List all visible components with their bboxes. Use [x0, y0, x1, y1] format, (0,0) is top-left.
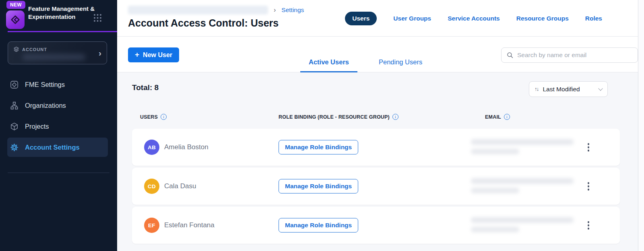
- nav-tab-resource-groups[interactable]: Resource Groups: [516, 15, 569, 22]
- sidebar-item-label: FME Settings: [25, 81, 65, 88]
- app-title: Feature Management & Experimentation: [28, 5, 97, 21]
- account-label: ACCOUNT: [22, 47, 47, 52]
- sidebar-item-label: Projects: [25, 123, 49, 130]
- table-row: AB Amelia Boston Manage Role Bindings: [132, 129, 620, 166]
- nav-tab-users[interactable]: Users: [345, 12, 377, 25]
- email-redacted: [471, 138, 576, 157]
- nav-tab-user-groups[interactable]: User Groups: [393, 15, 431, 22]
- page-header: › Settings Account Access Control: Users…: [117, 0, 638, 37]
- plus-icon: +: [135, 50, 139, 59]
- kebab-menu-icon[interactable]: [586, 142, 591, 153]
- scroll-gutter: [638, 0, 644, 251]
- sidebar-menu: FME Settings Organizations Projects: [7, 75, 108, 157]
- info-icon[interactable]: i: [161, 114, 167, 120]
- new-badge: NEW: [6, 1, 25, 9]
- fme-settings-icon: [10, 80, 19, 89]
- total-count: Total: 8: [132, 83, 159, 92]
- toolbar: + New User Active Users Pending Users: [117, 37, 638, 72]
- app-switcher-grid-icon[interactable]: [93, 13, 102, 24]
- layers-icon: [13, 46, 19, 52]
- nav-tab-roles[interactable]: Roles: [585, 15, 602, 22]
- chevron-down-icon: [598, 86, 603, 91]
- user-name: Estefan Fontana: [164, 221, 215, 229]
- sidebar-item-organizations[interactable]: Organizations: [7, 96, 108, 115]
- sort-selected-value: Last Modified: [543, 86, 596, 93]
- column-email: EMAIL: [485, 114, 501, 120]
- users-panel: Total: 8 ↑↓ Last Modified USERS i ROLE B…: [117, 72, 638, 251]
- manage-role-bindings-button[interactable]: Manage Role Bindings: [279, 218, 358, 232]
- avatar: CD: [144, 179, 159, 194]
- user-name: Amelia Boston: [164, 143, 208, 151]
- app-logo-icon: [6, 10, 25, 29]
- breadcrumb: › Settings: [128, 5, 304, 15]
- sidebar-accent-divider: [8, 31, 117, 32]
- sidebar-item-fme-settings[interactable]: FME Settings: [7, 75, 108, 94]
- projects-cube-icon: [10, 122, 19, 131]
- gear-icon: [10, 143, 19, 152]
- sidebar-divider: [8, 173, 109, 173]
- page-title: Account Access Control: Users: [128, 17, 279, 29]
- sort-arrows-icon: ↑↓: [535, 86, 539, 92]
- search-icon: [506, 51, 514, 59]
- manage-role-bindings-button[interactable]: Manage Role Bindings: [279, 179, 358, 193]
- new-user-button[interactable]: + New User: [128, 47, 179, 62]
- new-user-label: New User: [143, 51, 172, 59]
- sidebar-item-label: Organizations: [25, 102, 66, 109]
- email-redacted: [471, 216, 576, 235]
- account-selector[interactable]: ACCOUNT ›: [8, 41, 107, 64]
- table-row: CD Cala Dasu Manage Role Bindings: [132, 168, 620, 205]
- search-input[interactable]: [517, 51, 633, 59]
- breadcrumb-settings-link[interactable]: Settings: [281, 6, 304, 14]
- breadcrumb-account-redacted[interactable]: [128, 6, 268, 14]
- manage-role-bindings-button[interactable]: Manage Role Bindings: [279, 140, 358, 154]
- user-name: Cala Dasu: [164, 182, 196, 190]
- avatar: AB: [144, 140, 159, 155]
- column-role-binding: ROLE BINDING (ROLE - RESOURCE GROUP): [279, 114, 390, 120]
- main-area: › Settings Account Access Control: Users…: [117, 0, 644, 251]
- sidebar: NEW Feature Management & Experimentation…: [0, 0, 117, 251]
- tab-pending-users[interactable]: Pending Users: [370, 53, 431, 72]
- sort-dropdown[interactable]: ↑↓ Last Modified: [529, 81, 608, 97]
- sidebar-item-projects[interactable]: Projects: [7, 117, 108, 136]
- organizations-icon: [10, 101, 19, 110]
- sidebar-item-label: Account Settings: [25, 144, 80, 151]
- user-tabs: Active Users Pending Users: [300, 53, 431, 72]
- chevron-right-icon: ›: [274, 6, 276, 14]
- sidebar-item-account-settings[interactable]: Account Settings: [7, 138, 108, 157]
- search-box: [501, 47, 638, 63]
- avatar: EF: [144, 218, 159, 233]
- column-users: USERS: [140, 114, 158, 120]
- account-name-redacted: [23, 54, 85, 60]
- kebab-menu-icon[interactable]: [586, 181, 591, 192]
- email-redacted: [471, 177, 576, 196]
- table-header: USERS i ROLE BINDING (ROLE - RESOURCE GR…: [117, 114, 638, 121]
- tab-active-users[interactable]: Active Users: [300, 53, 357, 72]
- chevron-right-icon: ›: [99, 48, 101, 57]
- access-control-nav: Users User Groups Service Accounts Resou…: [345, 12, 602, 25]
- info-icon[interactable]: i: [392, 114, 398, 120]
- info-icon[interactable]: i: [504, 114, 510, 120]
- nav-tab-service-accounts[interactable]: Service Accounts: [448, 15, 500, 22]
- table-row: EF Estefan Fontana Manage Role Bindings: [132, 207, 620, 244]
- kebab-menu-icon[interactable]: [586, 220, 591, 231]
